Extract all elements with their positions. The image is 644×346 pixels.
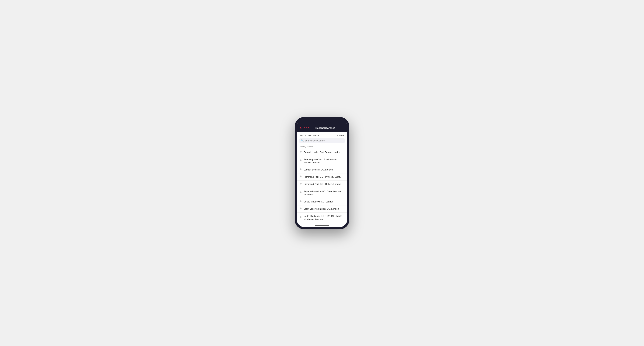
pin-icon bbox=[300, 207, 302, 210]
course-name: London Scottish GC, London bbox=[304, 168, 333, 171]
pin-icon bbox=[300, 151, 302, 154]
pin-icon bbox=[300, 175, 302, 178]
nearby-section-label: Nearby courses bbox=[297, 145, 347, 149]
search-icon: 🔍 bbox=[301, 139, 304, 142]
pin-icon bbox=[300, 216, 302, 219]
pin-icon bbox=[300, 191, 302, 194]
app-logo: clippd bbox=[300, 126, 310, 130]
courses-list: Central London Golf Centre, London Roeha… bbox=[297, 149, 347, 223]
list-item[interactable]: Brent Valley Municipal GC, London bbox=[297, 205, 347, 213]
content-area: Find a Golf Course Cancel 🔍 Nearby cours… bbox=[297, 132, 347, 223]
pin-icon bbox=[300, 160, 302, 163]
course-name: Royal Wimbledon GC, Great London Authori… bbox=[304, 190, 344, 196]
course-name: Brent Valley Municipal GC, London bbox=[304, 207, 339, 210]
list-item[interactable]: Roehampton Club - Roehampton, Greater Lo… bbox=[297, 156, 347, 166]
course-name: Richmond Park GC - Duke's, London bbox=[304, 182, 341, 186]
course-name: Roehampton Club - Roehampton, Greater Lo… bbox=[304, 158, 344, 164]
cancel-button[interactable]: Cancel bbox=[337, 134, 344, 137]
nav-title: Recent Searches bbox=[316, 127, 335, 129]
pin-icon bbox=[300, 200, 302, 203]
course-name: North Middlesex GC (1011942 - North Midd… bbox=[304, 214, 344, 221]
hamburger-line-2 bbox=[341, 128, 344, 128]
home-bar bbox=[315, 225, 329, 225]
find-label: Find a Golf Course bbox=[300, 134, 319, 137]
list-item[interactable]: Central London Golf Centre, London bbox=[297, 149, 347, 156]
course-name: Dukes Meadows GC, London bbox=[304, 200, 334, 203]
navigation-bar: clippd Recent Searches bbox=[297, 125, 347, 132]
list-item[interactable]: Dukes Meadows GC, London bbox=[297, 198, 347, 205]
list-item[interactable]: North Middlesex GC (1011942 - North Midd… bbox=[297, 213, 347, 223]
home-indicator bbox=[297, 223, 347, 227]
hamburger-line-3 bbox=[341, 129, 344, 129]
phone-screen: clippd Recent Searches Find a Golf Cours… bbox=[297, 119, 347, 227]
phone-frame: clippd Recent Searches Find a Golf Cours… bbox=[295, 117, 349, 229]
search-box: 🔍 bbox=[299, 138, 345, 143]
list-item[interactable]: Royal Wimbledon GC, Great London Authori… bbox=[297, 188, 347, 198]
pin-icon bbox=[300, 168, 302, 171]
search-input[interactable] bbox=[305, 139, 343, 142]
course-name: Richmond Park GC - Prince's, Surrey bbox=[304, 175, 341, 178]
course-name: Central London Golf Centre, London bbox=[304, 151, 340, 154]
hamburger-menu[interactable] bbox=[341, 127, 344, 129]
pin-icon bbox=[300, 183, 302, 186]
notch bbox=[313, 121, 331, 124]
hamburger-line-1 bbox=[341, 127, 344, 127]
status-bar bbox=[297, 119, 347, 125]
list-item[interactable]: Richmond Park GC - Duke's, London bbox=[297, 180, 347, 188]
list-item[interactable]: London Scottish GC, London bbox=[297, 166, 347, 173]
find-bar: Find a Golf Course Cancel bbox=[297, 132, 347, 138]
list-item[interactable]: Richmond Park GC - Prince's, Surrey bbox=[297, 173, 347, 180]
